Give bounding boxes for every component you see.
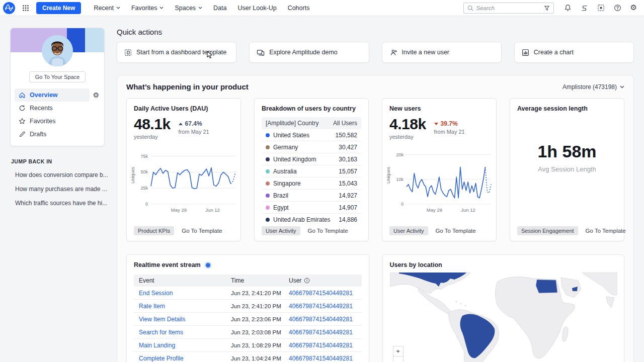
help-icon[interactable] bbox=[614, 4, 621, 12]
event-link[interactable]: Rate Item bbox=[139, 303, 231, 310]
event-link[interactable]: View Item Details bbox=[139, 316, 231, 323]
info-icon[interactable] bbox=[304, 278, 310, 284]
quick-action-label: Create a chart bbox=[534, 49, 574, 56]
arrow-down-icon bbox=[434, 123, 438, 125]
create-new-button[interactable]: Create New bbox=[36, 2, 81, 14]
dau-delta-caption: from May 21 bbox=[179, 129, 209, 135]
user-id-link[interactable]: 4066798741540449281 bbox=[289, 329, 357, 336]
project-selector[interactable]: Amplistore (473198) bbox=[562, 83, 624, 90]
card-title: New users bbox=[389, 105, 489, 112]
event-link[interactable]: Main Landing bbox=[139, 342, 231, 349]
sidebar-menu: Overview ⚙ Recents Favorites bbox=[11, 84, 104, 146]
tag-user-activity[interactable]: User Activity bbox=[262, 226, 300, 235]
jump-back-item-table[interactable]: Which traffic sources have the hi... bbox=[11, 199, 105, 207]
user-id-link[interactable]: 4066798741540449281 bbox=[289, 303, 357, 310]
nav-item-label: Favorites bbox=[131, 5, 157, 12]
sidebar-item-label: Drafts bbox=[30, 131, 46, 138]
column-header-user: User bbox=[289, 277, 301, 284]
user-id-link[interactable]: 4066798741540449281 bbox=[289, 342, 357, 349]
notifications-bell-icon[interactable] bbox=[564, 4, 572, 12]
tag-user-activity[interactable]: User Activity bbox=[389, 226, 428, 235]
arrow-up-icon bbox=[179, 123, 183, 125]
avg-session-card: Average session length 1h 58m Avg Sessio… bbox=[510, 98, 624, 241]
svg-text:50k: 50k bbox=[140, 169, 148, 174]
user-id-link[interactable]: 4066798741540449281 bbox=[289, 355, 357, 362]
nav-item-label: Spaces bbox=[175, 5, 196, 12]
nav-item-data[interactable]: Data bbox=[209, 2, 231, 14]
map-zoom-out-button[interactable] bbox=[393, 356, 404, 362]
quick-action-invite-user[interactable]: Invite a new user bbox=[382, 42, 502, 63]
jump-back-item-line-chart[interactable]: How many purchases are made ... bbox=[11, 185, 105, 193]
jump-back-item-funnel[interactable]: How does conversion compare b... bbox=[11, 171, 105, 178]
go-to-your-space-button[interactable]: Go To Your Space bbox=[29, 71, 86, 82]
nav-item-favorites[interactable]: Favorites bbox=[127, 2, 168, 14]
go-to-template-link[interactable]: Go To Template bbox=[182, 228, 222, 234]
dau-value-caption: yesterday bbox=[134, 134, 171, 140]
quick-action-explore-demo[interactable]: Explore Amplitude demo bbox=[249, 42, 369, 63]
go-to-template-link[interactable]: Go To Template bbox=[436, 228, 476, 234]
sidebar-item-label: Recents bbox=[30, 105, 53, 112]
world-map[interactable]: + bbox=[390, 273, 617, 362]
overview-settings-gear-icon[interactable]: ⚙ bbox=[93, 92, 99, 99]
search-input[interactable] bbox=[476, 5, 541, 11]
series-color-dot bbox=[266, 206, 270, 210]
dau-card: Daily Active Users (DAU) 48.1k yesterday… bbox=[126, 98, 241, 241]
svg-text:0: 0 bbox=[145, 202, 148, 207]
user-id-link[interactable]: 4066798741540449281 bbox=[289, 316, 357, 323]
topbar-icons: ⚙ bbox=[564, 4, 637, 12]
event-stream-title: Realtime event stream bbox=[134, 261, 201, 268]
nav-item-spaces[interactable]: Spaces bbox=[170, 2, 207, 14]
whats-happening-panel: What’s happening in your product Amplist… bbox=[117, 75, 634, 362]
card-title: Average session length bbox=[517, 105, 617, 112]
country-row: United Kingdom30,163 bbox=[262, 153, 361, 165]
tag-session-engagement[interactable]: Session Engagement bbox=[517, 226, 578, 235]
nav-menu: Recent Favorites Spaces Data User Look-U… bbox=[89, 2, 314, 14]
map-arabia bbox=[561, 278, 581, 298]
svg-text:0: 0 bbox=[401, 202, 404, 207]
apps-grid-icon[interactable] bbox=[20, 4, 31, 13]
tag-product-kpis[interactable]: Product KPIs bbox=[134, 226, 174, 235]
event-link[interactable]: Complete Profile bbox=[139, 355, 231, 362]
map-madagascar bbox=[562, 327, 568, 342]
quick-action-dashboard-template[interactable]: Start from a dashboard template bbox=[117, 42, 236, 63]
nav-item-recent[interactable]: Recent bbox=[89, 2, 125, 14]
search-box[interactable] bbox=[463, 3, 554, 14]
templates-icon[interactable] bbox=[597, 4, 605, 12]
quick-action-label: Explore Amplitude demo bbox=[269, 49, 338, 56]
quick-action-create-chart[interactable]: Create a chart bbox=[514, 42, 634, 63]
dau-value: 48.1k bbox=[134, 116, 171, 132]
users-by-location-card: Users by location bbox=[382, 254, 625, 362]
filter-funnel-icon[interactable] bbox=[544, 5, 550, 11]
series-color-dot bbox=[266, 145, 270, 149]
journeys-path-icon[interactable] bbox=[581, 4, 588, 12]
user-id-link[interactable]: 4066798741540449281 bbox=[289, 290, 357, 297]
go-to-template-link[interactable]: Go To Template bbox=[308, 228, 348, 234]
go-to-template-link[interactable]: Go To Template bbox=[586, 228, 626, 234]
new-users-delta: 39.7% bbox=[434, 120, 465, 127]
main-content: Quick actions Start from a dashboard tem… bbox=[105, 16, 644, 362]
project-selector-label: Amplistore (473198) bbox=[562, 83, 617, 90]
chevron-down-icon bbox=[198, 7, 202, 9]
new-users-delta-caption: from May 21 bbox=[434, 129, 465, 135]
event-link[interactable]: End Session bbox=[139, 290, 231, 297]
search-icon bbox=[467, 5, 473, 11]
nav-item-user-lookup[interactable]: User Look-Up bbox=[233, 2, 281, 14]
new-users-value: 4.18k bbox=[389, 116, 426, 132]
sidebar-item-recents[interactable]: Recents bbox=[15, 102, 100, 115]
event-link[interactable]: Search for Items bbox=[139, 329, 231, 336]
sidebar-item-drafts[interactable]: Drafts bbox=[15, 128, 100, 141]
dau-chart: Uniques 025k50k75kMay 29Jun 12 bbox=[130, 147, 237, 214]
nav-item-cohorts[interactable]: Cohorts bbox=[283, 2, 314, 14]
sidebar-item-favorites[interactable]: Favorites bbox=[15, 115, 100, 128]
sidebar-item-label: Favorites bbox=[30, 118, 55, 125]
panel-title: What’s happening in your product bbox=[126, 82, 249, 91]
sidebar-item-overview[interactable]: Overview bbox=[15, 88, 90, 102]
series-color-dot bbox=[266, 194, 270, 198]
amplitude-logo[interactable] bbox=[3, 2, 15, 14]
event-row: Main LandingJun 23, 1:08:29 PM4066798741… bbox=[134, 339, 362, 352]
map-asia-fragment bbox=[582, 273, 617, 295]
svg-text:10k: 10k bbox=[396, 177, 404, 182]
card-title: Breakdown of users by country bbox=[262, 105, 361, 112]
settings-gear-icon[interactable]: ⚙ bbox=[630, 4, 637, 12]
map-zoom-in-button[interactable]: + bbox=[393, 346, 404, 356]
